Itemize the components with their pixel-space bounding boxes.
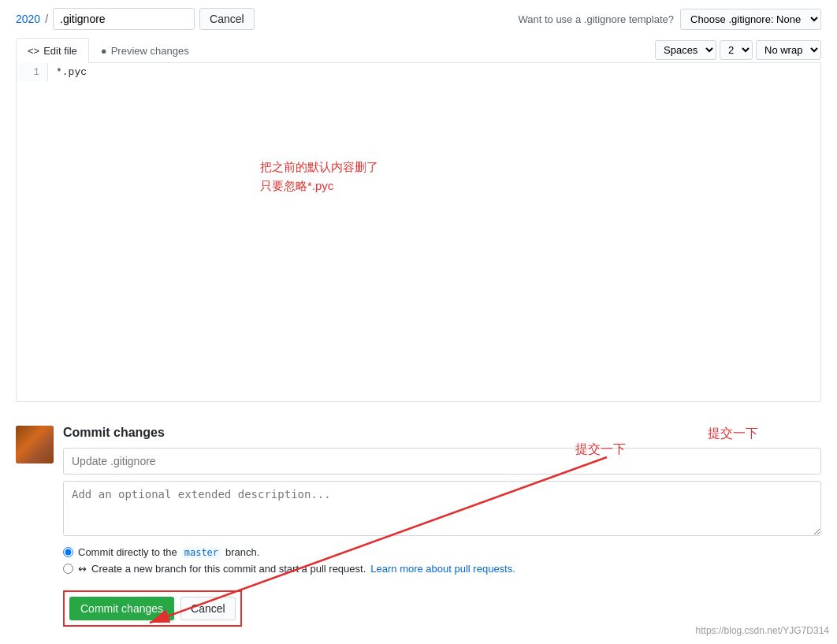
avatar — [16, 426, 54, 463]
edit-icon: <> — [28, 45, 39, 57]
branch-name: master — [182, 547, 221, 558]
radio1-suffix: branch. — [225, 546, 259, 558]
radio-new-branch[interactable] — [63, 564, 73, 574]
spaces-select[interactable]: Spaces — [655, 40, 716, 60]
commit-section-title: Commit changes — [63, 426, 821, 440]
radio2-icon: ↭ — [78, 563, 87, 575]
breadcrumb-year[interactable]: 2020 — [16, 13, 40, 25]
wrap-select[interactable]: No wrap — [756, 40, 821, 60]
indent-select[interactable]: 2 — [720, 40, 753, 60]
breadcrumb-sep: / — [45, 13, 48, 25]
line-number-1: 1 — [17, 63, 48, 81]
watermark: https://blog.csdn.net/YJG7D314 — [696, 625, 829, 636]
radio2-text: Create a new branch for this commit and … — [91, 563, 366, 575]
commit-description-textarea[interactable] — [63, 481, 821, 536]
learn-more-link[interactable]: Learn more about pull requests. — [370, 563, 515, 575]
gitignore-select[interactable]: Choose .gitignore: None — [680, 9, 821, 30]
gitignore-question: Want to use a .gitignore template? — [518, 13, 674, 25]
commit-summary-input[interactable] — [63, 448, 821, 475]
filename-input[interactable] — [53, 8, 195, 30]
commit-options: Commit directly to the master branch. ↭ … — [63, 546, 821, 575]
tab-edit-label: Edit file — [43, 45, 77, 57]
commit-actions: Commit changes Cancel — [63, 590, 242, 627]
commit-changes-button[interactable]: Commit changes — [69, 597, 174, 620]
cancel-bottom-button[interactable]: Cancel — [180, 597, 236, 620]
tab-edit[interactable]: <> Edit file — [16, 38, 89, 63]
preview-icon: ● — [101, 45, 107, 57]
radio-direct-commit[interactable] — [63, 547, 73, 557]
line-content-1[interactable]: *.pyc — [48, 63, 820, 81]
tab-preview[interactable]: ● Preview changes — [89, 38, 201, 63]
cancel-top-button[interactable]: Cancel — [199, 8, 255, 30]
tab-preview-label: Preview changes — [111, 45, 189, 57]
radio1-text: Commit directly to the — [78, 546, 177, 558]
